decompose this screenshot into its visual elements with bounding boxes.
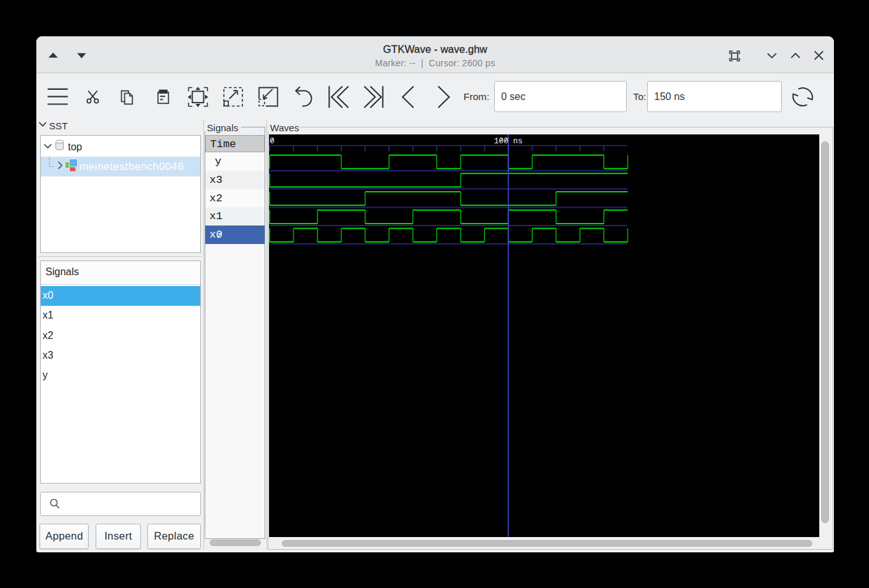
svg-text:0: 0	[270, 137, 275, 146]
svg-text:100 ns: 100 ns	[493, 137, 522, 146]
